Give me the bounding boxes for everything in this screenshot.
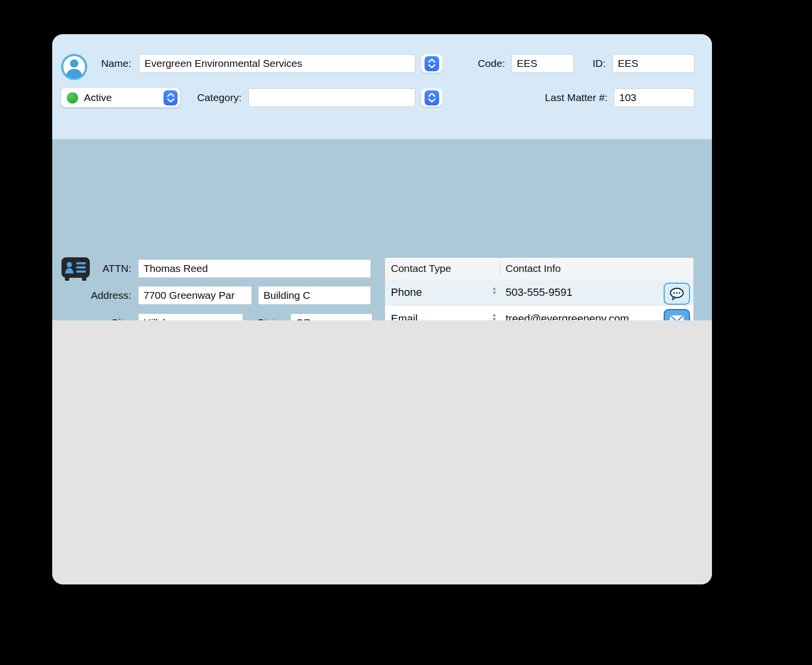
message-button[interactable] [664,283,690,305]
category-input[interactable] [248,88,415,107]
name-label: Name: [90,58,131,69]
screen-background: Name: Code: ID: Active [0,0,812,665]
contact-type-cell[interactable]: Phone [391,286,422,299]
chevron-up-down-icon [425,90,439,105]
contact-info-column-header[interactable]: Contact Info [506,263,561,274]
speech-bubble-icon [669,288,685,300]
name-input[interactable] [139,54,415,73]
status-select[interactable]: Active [61,88,180,107]
sort-arrows-icon[interactable]: ▲▼ [492,286,497,295]
code-input[interactable] [511,54,574,73]
category-stepper[interactable] [421,88,443,107]
client-editor-window: Name: Code: ID: Active [52,34,712,584]
category-label: Category: [184,92,242,104]
address-label: Address: [76,290,131,301]
chevron-up-down-icon [425,56,439,71]
id-label: ID: [582,58,606,69]
contact-row-phone[interactable]: Phone ▲▼ 503-555-9591 [385,280,693,306]
last-matter-input[interactable] [614,88,694,107]
chevron-up-down-icon [163,90,178,105]
attn-label: ATTN: [89,263,131,274]
last-matter-label: Last Matter #: [517,92,608,104]
address-line2-input[interactable] [258,286,371,305]
address-line1-input[interactable] [138,286,252,305]
contact-address-section: ATTN: Address: City: State: Zip: Country… [52,139,712,320]
code-label: Code: [466,58,505,69]
client-avatar-icon [61,54,87,82]
id-input[interactable] [612,54,694,73]
name-stepper[interactable] [421,54,443,73]
contact-info-cell[interactable]: 503-555-9591 [506,286,572,299]
status-value: Active [84,92,163,104]
column-divider [500,262,500,276]
contact-table-header: Contact Type Contact Info [385,258,693,280]
attn-input[interactable] [138,259,371,278]
client-identity-section: Name: Code: ID: Active [52,34,712,139]
detail-tabs-section: Billing Invoices Parties & Conflicts Gro… [52,320,712,584]
contact-card-icon [61,257,90,284]
contact-type-column-header[interactable]: Contact Type [391,263,451,274]
status-active-icon [67,92,78,104]
